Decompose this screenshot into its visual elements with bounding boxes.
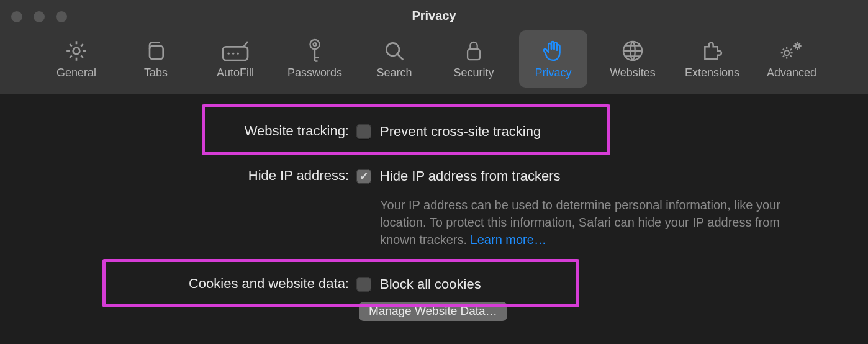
titlebar: Privacy General Tabs [0, 0, 868, 94]
tab-label: Advanced [767, 66, 816, 79]
tab-passwords[interactable]: Passwords [281, 30, 349, 88]
zoom-window-button[interactable] [56, 11, 67, 22]
tab-autofill[interactable]: AutoFill [201, 30, 269, 88]
tab-label: AutoFill [217, 66, 254, 79]
hide-ip-checkbox[interactable] [356, 169, 371, 184]
tab-advanced[interactable]: Advanced [757, 30, 826, 88]
window-controls [11, 11, 67, 22]
search-icon [382, 37, 406, 65]
close-window-button[interactable] [11, 11, 22, 22]
tab-label: Tabs [144, 66, 168, 79]
tab-label: General [57, 66, 96, 79]
learn-more-link[interactable]: Learn more… [471, 233, 546, 247]
tab-label: Search [376, 66, 412, 79]
hide-ip-description: Your IP address can be used to determine… [356, 196, 802, 248]
svg-point-3 [228, 53, 230, 55]
block-all-cookies-text: Block all cookies [380, 276, 481, 292]
hand-icon [542, 37, 564, 65]
tab-label: Privacy [535, 66, 571, 79]
tab-security[interactable]: Security [440, 30, 508, 88]
globe-icon [620, 37, 645, 65]
manage-website-data-button[interactable]: Manage Website Data… [359, 302, 507, 321]
gears-icon [778, 37, 805, 65]
svg-point-8 [386, 43, 399, 56]
tab-label: Passwords [287, 66, 342, 79]
svg-point-7 [314, 43, 317, 46]
autofill-icon [220, 37, 251, 65]
tab-general[interactable]: General [42, 30, 111, 88]
hide-ip-label: Hide IP address: [0, 163, 354, 184]
block-all-cookies-checkbox[interactable] [356, 277, 371, 292]
key-icon [304, 37, 326, 65]
tabs-icon [143, 37, 169, 65]
website-tracking-label: Website tracking: [0, 118, 354, 139]
prevent-cross-site-tracking-checkbox[interactable] [356, 124, 371, 139]
svg-point-6 [310, 40, 320, 49]
prevent-cross-site-tracking-text: Prevent cross-site tracking [380, 124, 541, 140]
tab-label: Security [453, 66, 494, 79]
svg-rect-9 [468, 49, 480, 60]
tab-tabs[interactable]: Tabs [122, 30, 190, 88]
hide-ip-text: Hide IP address from trackers [380, 168, 561, 184]
tab-websites[interactable]: Websites [599, 30, 667, 88]
preferences-toolbar: General Tabs AutoFill [0, 28, 868, 88]
tab-privacy[interactable]: Privacy [519, 30, 587, 88]
svg-rect-2 [223, 47, 248, 60]
svg-point-11 [784, 50, 789, 55]
privacy-settings: Website tracking: Prevent cross-site tra… [0, 94, 868, 321]
cookies-label: Cookies and website data: [0, 271, 354, 292]
tab-search[interactable]: Search [360, 30, 428, 88]
svg-point-4 [232, 53, 234, 55]
puzzle-icon [700, 37, 725, 65]
tab-label: Extensions [685, 66, 739, 79]
svg-point-5 [237, 53, 239, 55]
svg-rect-1 [150, 46, 163, 60]
svg-point-12 [796, 44, 800, 48]
lock-icon [463, 37, 484, 65]
minimize-window-button[interactable] [34, 11, 45, 22]
svg-point-0 [73, 48, 80, 55]
tab-extensions[interactable]: Extensions [678, 30, 746, 88]
window-title: Privacy [412, 9, 456, 23]
gear-icon [64, 37, 89, 65]
tab-label: Websites [610, 66, 656, 79]
